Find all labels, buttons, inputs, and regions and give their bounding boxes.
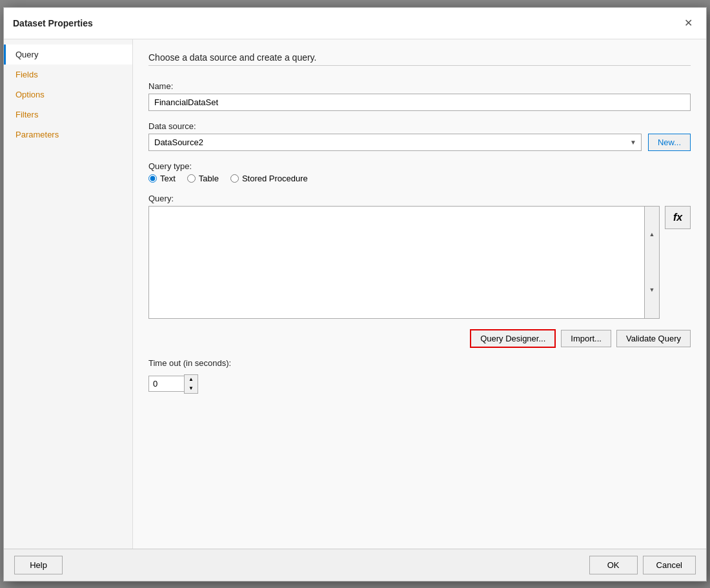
sidebar-item-fields[interactable]: Fields <box>4 65 132 85</box>
radio-table[interactable]: Table <box>187 174 219 183</box>
scroll-down-button[interactable]: ▼ <box>645 262 659 318</box>
help-button[interactable]: Help <box>14 556 63 574</box>
query-type-row: Text Table Stored Procedure <box>148 174 691 183</box>
footer-right: OK Cancel <box>589 556 696 574</box>
spin-down-button[interactable]: ▼ <box>185 384 198 393</box>
sidebar-item-parameters[interactable]: Parameters <box>4 125 132 145</box>
name-input[interactable] <box>148 94 691 111</box>
dialog-body: Query Fields Options Filters Parameters … <box>4 39 706 549</box>
timeout-label: Time out (in seconds): <box>148 358 691 368</box>
timeout-section: Time out (in seconds): ▲ ▼ <box>148 358 691 394</box>
radio-sp-label: Stored Procedure <box>242 174 308 183</box>
datasource-label: Data source: <box>148 121 691 131</box>
query-textarea-wrapper: ▲ ▼ <box>148 206 660 319</box>
new-datasource-button[interactable]: New... <box>648 134 691 151</box>
main-content: Choose a data source and create a query.… <box>133 39 706 549</box>
spin-up-button[interactable]: ▲ <box>185 375 198 384</box>
dialog-footer: Help OK Cancel <box>4 549 706 581</box>
query-type-label: Query type: <box>148 161 691 171</box>
datasource-select-wrapper: DataSource2 ▼ <box>148 134 642 151</box>
title-bar: Dataset Properties ✕ <box>4 8 706 39</box>
cancel-button[interactable]: Cancel <box>643 556 696 574</box>
radio-text-label: Text <box>160 174 176 183</box>
query-label: Query: <box>148 194 691 203</box>
spinner-buttons: ▲ ▼ <box>184 374 198 394</box>
description: Choose a data source and create a query. <box>148 52 691 71</box>
timeout-input[interactable] <box>148 376 184 392</box>
sidebar-item-query[interactable]: Query <box>4 45 132 65</box>
section-description: Choose a data source and create a query. <box>148 52 691 63</box>
action-buttons-row: Query Designer... Import... Validate Que… <box>148 329 691 348</box>
radio-sp-input[interactable] <box>230 174 239 183</box>
query-designer-button[interactable]: Query Designer... <box>470 329 556 348</box>
query-scroll-buttons: ▲ ▼ <box>645 206 660 319</box>
name-label: Name: <box>148 81 691 91</box>
radio-text[interactable]: Text <box>148 174 176 183</box>
close-button[interactable]: ✕ <box>679 14 697 32</box>
radio-table-label: Table <box>199 174 219 183</box>
sidebar-item-options[interactable]: Options <box>4 85 132 105</box>
section-divider <box>148 65 691 66</box>
fx-button[interactable]: fx <box>665 206 691 229</box>
query-area-with-scroll: ▲ ▼ <box>148 206 660 319</box>
sidebar-item-filters[interactable]: Filters <box>4 105 132 125</box>
scroll-up-button[interactable]: ▲ <box>645 207 659 263</box>
dialog-title: Dataset Properties <box>13 18 93 28</box>
query-section: Query: ▲ ▼ fx <box>148 194 691 319</box>
dataset-properties-dialog: Dataset Properties ✕ Query Fields Option… <box>3 7 707 582</box>
datasource-select[interactable]: DataSource2 <box>148 134 642 151</box>
sidebar: Query Fields Options Filters Parameters <box>4 39 133 549</box>
name-section: Name: <box>148 81 691 111</box>
timeout-spinner: ▲ ▼ <box>148 374 691 394</box>
radio-text-input[interactable] <box>148 174 157 183</box>
datasource-row: DataSource2 ▼ New... <box>148 134 691 151</box>
query-input-row: ▲ ▼ fx <box>148 206 691 319</box>
query-type-section: Query type: Text Table Stored Procedure <box>148 161 691 183</box>
query-textarea[interactable] <box>148 206 645 319</box>
radio-table-input[interactable] <box>187 174 196 183</box>
validate-query-button[interactable]: Validate Query <box>616 330 691 347</box>
ok-button[interactable]: OK <box>589 556 638 574</box>
radio-stored-procedure[interactable]: Stored Procedure <box>230 174 308 183</box>
import-button[interactable]: Import... <box>561 330 611 347</box>
datasource-section: Data source: DataSource2 ▼ New... <box>148 121 691 151</box>
